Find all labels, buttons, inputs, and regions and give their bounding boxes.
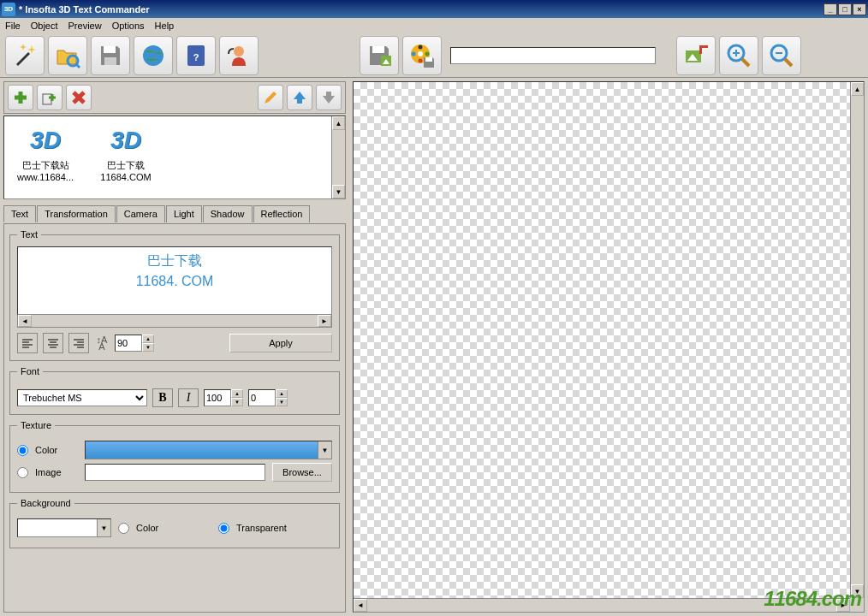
scroll-up-icon[interactable]: ▲: [851, 82, 864, 96]
tab-text[interactable]: Text: [3, 205, 36, 222]
object-thumbnail[interactable]: 3D 巴士下载站 www.11684...: [9, 121, 81, 182]
font-size-field[interactable]: ▲▼: [204, 389, 243, 406]
save-button[interactable]: [91, 36, 130, 75]
font-extra-field[interactable]: ▲▼: [248, 389, 288, 406]
move-up-button[interactable]: [287, 85, 312, 110]
line-spacing-field[interactable]: ▲▼: [115, 335, 154, 352]
texture-group-label: Texture: [17, 420, 55, 430]
texture-color-radio[interactable]: [17, 445, 28, 456]
spin-down-icon[interactable]: ▼: [276, 398, 288, 406]
preview-canvas[interactable]: ▲ ▼ ◄ ►: [353, 81, 865, 613]
align-left-button[interactable]: [17, 333, 38, 353]
font-group: Font Trebuchet MS B I ▲▼ ▲▼: [9, 366, 340, 415]
text-group-label: Text: [17, 229, 41, 240]
menu-preview[interactable]: Preview: [68, 21, 102, 31]
tab-camera[interactable]: Camera: [116, 205, 165, 222]
thumbnail-url: www.11684...: [9, 172, 81, 182]
svg-line-3: [76, 64, 80, 68]
delete-object-button[interactable]: [66, 85, 92, 110]
browse-button[interactable]: Browse...: [272, 463, 332, 482]
preview-path-field[interactable]: [450, 47, 656, 64]
support-button[interactable]: [219, 36, 259, 75]
menu-file[interactable]: File: [5, 21, 21, 31]
texture-color-label: Color: [35, 445, 78, 455]
maximize-button[interactable]: □: [838, 3, 852, 15]
tab-transformation[interactable]: Transformation: [37, 205, 116, 222]
text-horizontal-scrollbar[interactable]: ◄ ►: [17, 314, 332, 328]
preview-vertical-scrollbar[interactable]: ▲ ▼: [850, 82, 864, 598]
menu-help[interactable]: Help: [155, 21, 175, 31]
zoom-out-button[interactable]: [762, 36, 801, 75]
export-animation-button[interactable]: [402, 36, 442, 75]
font-size-input[interactable]: [204, 389, 231, 406]
texture-image-radio[interactable]: [17, 467, 28, 478]
texture-color-picker[interactable]: ▼: [85, 441, 332, 459]
object-thumbnail[interactable]: 3D 巴士下载 11684.COM: [90, 121, 162, 182]
svg-point-18: [425, 51, 430, 56]
wizard-button[interactable]: [5, 36, 45, 75]
object-list-scrollbar[interactable]: ▲ ▼: [331, 116, 345, 198]
menubar: File Object Preview Options Help: [0, 18, 868, 33]
menu-object[interactable]: Object: [31, 21, 58, 31]
duplicate-object-button[interactable]: [37, 85, 62, 110]
thumbnail-url: 11684.COM: [90, 172, 162, 182]
svg-text:?: ?: [193, 52, 199, 62]
scroll-left-icon[interactable]: ◄: [354, 599, 367, 612]
svg-rect-33: [43, 94, 51, 104]
scroll-up-icon[interactable]: ▲: [332, 116, 345, 130]
svg-rect-23: [699, 45, 702, 54]
open-button[interactable]: [48, 36, 87, 75]
align-center-button[interactable]: [43, 333, 63, 353]
tab-reflection[interactable]: Reflection: [253, 205, 311, 222]
svg-marker-1: [20, 44, 27, 50]
background-transparent-label: Transparent: [236, 523, 287, 533]
text-input[interactable]: 巴士下载 11684. COM: [17, 246, 332, 315]
spin-up-icon[interactable]: ▲: [142, 335, 154, 343]
svg-rect-10: [372, 46, 384, 53]
line-spacing-icon: ↕AA: [94, 335, 110, 351]
spin-up-icon[interactable]: ▲: [276, 389, 288, 398]
italic-button[interactable]: I: [178, 388, 199, 407]
export-image-button[interactable]: [360, 36, 399, 75]
spin-down-icon[interactable]: ▼: [142, 343, 154, 352]
thumbnail-name: 巴士下载: [90, 159, 162, 172]
font-extra-input[interactable]: [248, 389, 276, 406]
close-button[interactable]: ×: [853, 3, 866, 15]
texture-image-path[interactable]: [85, 464, 265, 481]
tab-shadow[interactable]: Shadow: [203, 205, 253, 222]
property-tabs: Text Transformation Camera Light Shadow …: [3, 204, 346, 222]
line-spacing-input[interactable]: [115, 335, 142, 352]
text-line-2: 11684. COM: [23, 274, 326, 289]
spin-up-icon[interactable]: ▲: [231, 389, 243, 398]
scroll-right-icon[interactable]: ►: [318, 315, 331, 327]
scroll-left-icon[interactable]: ◄: [18, 315, 32, 327]
minimize-button[interactable]: _: [823, 3, 837, 15]
tab-light[interactable]: Light: [166, 205, 202, 222]
scroll-down-icon[interactable]: ▼: [332, 185, 345, 198]
help-button[interactable]: ?: [176, 36, 216, 75]
edit-object-button[interactable]: [258, 85, 283, 110]
zoom-fit-button[interactable]: [676, 36, 716, 75]
svg-rect-4: [104, 46, 116, 53]
font-group-label: Font: [17, 366, 43, 376]
bold-button[interactable]: B: [152, 388, 173, 407]
web-button[interactable]: [134, 36, 173, 75]
zoom-in-button[interactable]: [719, 36, 758, 75]
background-color-radio[interactable]: [118, 523, 129, 534]
window-title: * Insofta 3D Text Commander: [19, 3, 823, 15]
add-object-button[interactable]: [8, 85, 33, 110]
svg-point-16: [419, 58, 423, 62]
thumbnail-preview: 3D: [90, 121, 162, 159]
align-right-button[interactable]: [68, 333, 89, 353]
object-list: 3D 巴士下载站 www.11684... 3D 巴士下载 11684.COM …: [3, 116, 346, 199]
apply-button[interactable]: Apply: [229, 334, 332, 352]
menu-options[interactable]: Options: [112, 21, 145, 31]
background-color-picker[interactable]: ▼: [17, 518, 111, 537]
move-down-button[interactable]: [316, 85, 342, 110]
background-transparent-radio[interactable]: [218, 523, 229, 534]
dropdown-icon[interactable]: ▼: [97, 519, 110, 536]
font-family-select[interactable]: Trebuchet MS: [17, 389, 147, 406]
spin-down-icon[interactable]: ▼: [231, 398, 243, 406]
svg-line-29: [785, 59, 792, 66]
dropdown-icon[interactable]: ▼: [318, 441, 331, 459]
